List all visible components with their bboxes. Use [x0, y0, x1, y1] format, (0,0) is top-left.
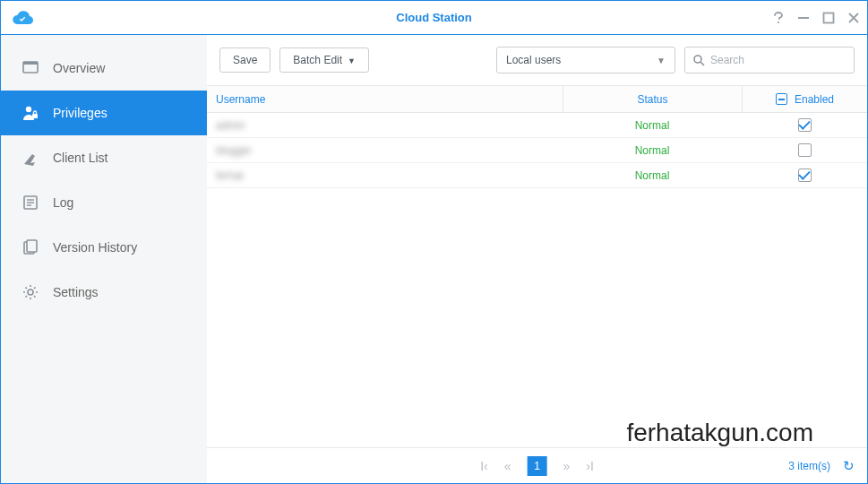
- last-page-button[interactable]: ›I: [586, 459, 594, 473]
- maximize-icon[interactable]: [822, 12, 835, 24]
- indeterminate-checkbox-icon: [776, 93, 787, 105]
- search-box[interactable]: [684, 47, 855, 73]
- svg-point-5: [26, 107, 31, 112]
- sidebar-item-label: Overview: [53, 61, 105, 75]
- sidebar-item-privileges[interactable]: Privileges: [1, 91, 207, 135]
- enabled-checkbox[interactable]: [798, 143, 812, 157]
- enabled-checkbox[interactable]: [798, 169, 812, 182]
- cell-enabled: [742, 118, 867, 132]
- sidebar-item-client-list[interactable]: Client List: [1, 135, 207, 180]
- svg-point-14: [694, 56, 701, 63]
- cell-username: blogger: [207, 144, 563, 157]
- client-list-icon: [21, 148, 40, 168]
- sidebar-item-settings[interactable]: Settings: [1, 270, 207, 315]
- cell-status: Normal: [563, 144, 742, 157]
- search-icon: [692, 54, 705, 66]
- table-row[interactable]: adminNormal: [207, 113, 867, 138]
- item-count: 3 item(s): [788, 460, 830, 472]
- col-header-enabled[interactable]: Enabled: [742, 86, 867, 112]
- overview-icon: [21, 58, 40, 78]
- chevron-down-icon: ▼: [348, 56, 356, 65]
- batch-edit-label: Batch Edit: [293, 54, 342, 66]
- cell-status: Normal: [563, 119, 742, 132]
- cell-username: ferhat: [207, 169, 563, 182]
- cell-username: admin: [207, 119, 563, 132]
- sidebar-item-label: Settings: [53, 285, 99, 299]
- select-value: Local users: [506, 54, 561, 66]
- user-filter-select[interactable]: Local users ▼: [496, 47, 675, 73]
- sidebar-item-label: Log: [53, 195, 73, 210]
- watermark: ferhatakgun.com: [626, 419, 813, 447]
- minimize-icon[interactable]: [797, 12, 810, 24]
- sidebar-item-label: Privileges: [53, 106, 107, 120]
- col-header-status[interactable]: Status: [563, 86, 742, 112]
- svg-rect-1: [798, 17, 809, 19]
- next-page-button[interactable]: »: [563, 459, 571, 473]
- sidebar: Overview Privileges Client List Log Vers…: [1, 35, 207, 483]
- chevron-down-icon: ▼: [657, 56, 666, 65]
- window-controls: [772, 12, 860, 24]
- sidebar-item-label: Client List: [53, 151, 107, 165]
- titlebar: Cloud Station: [1, 1, 867, 35]
- toolbar: Save Batch Edit▼ Local users ▼: [207, 35, 867, 85]
- first-page-button[interactable]: I‹: [480, 459, 488, 473]
- users-table: Username Status Enabled adminNormalblogg…: [207, 85, 867, 188]
- svg-rect-4: [23, 62, 38, 65]
- prev-page-button[interactable]: «: [504, 459, 511, 473]
- enabled-checkbox[interactable]: [798, 118, 812, 132]
- batch-edit-button[interactable]: Batch Edit▼: [279, 48, 369, 73]
- main-panel: Save Batch Edit▼ Local users ▼ Username …: [207, 35, 867, 483]
- svg-rect-6: [32, 114, 38, 118]
- svg-rect-12: [27, 240, 37, 252]
- svg-line-15: [700, 62, 704, 65]
- cell-enabled: [742, 143, 867, 157]
- svg-point-0: [778, 21, 779, 22]
- table-row[interactable]: bloggerNormal: [207, 138, 867, 163]
- sidebar-item-label: Version History: [53, 240, 137, 255]
- log-icon: [21, 193, 40, 212]
- page-number[interactable]: 1: [528, 456, 547, 476]
- sidebar-item-overview[interactable]: Overview: [1, 46, 207, 91]
- svg-rect-2: [824, 13, 834, 22]
- save-button[interactable]: Save: [219, 48, 271, 73]
- sidebar-item-log[interactable]: Log: [1, 180, 207, 225]
- window-title: Cloud Station: [396, 11, 472, 24]
- settings-icon: [21, 282, 40, 302]
- help-icon[interactable]: [772, 12, 785, 24]
- table-header: Username Status Enabled: [207, 86, 867, 113]
- col-header-enabled-label: Enabled: [795, 93, 834, 106]
- svg-point-13: [28, 290, 33, 295]
- version-history-icon: [21, 238, 40, 257]
- cell-enabled: [742, 169, 867, 182]
- privileges-icon: [21, 103, 40, 123]
- table-row[interactable]: ferhatNormal: [207, 163, 867, 188]
- pager: I‹ « 1 » ›I 3 item(s) ↻: [207, 447, 867, 483]
- sidebar-item-version-history[interactable]: Version History: [1, 225, 207, 270]
- refresh-button[interactable]: ↻: [843, 458, 855, 474]
- search-input[interactable]: [710, 54, 847, 66]
- cell-status: Normal: [563, 169, 742, 182]
- col-header-username[interactable]: Username: [207, 93, 563, 106]
- app-logo-icon: [12, 9, 35, 27]
- close-icon[interactable]: [847, 12, 860, 24]
